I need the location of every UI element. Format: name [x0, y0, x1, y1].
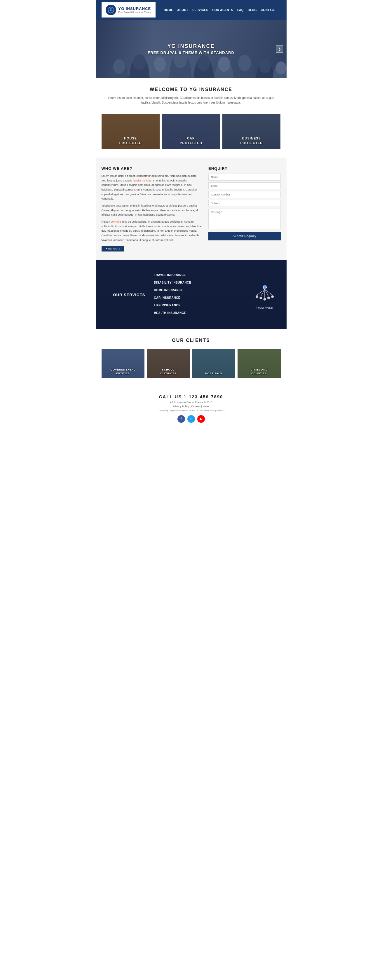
card-business-label: BUSINESSPROTECTED: [222, 136, 280, 145]
who-para-3: Nullam convallis felis eu velit facilisi…: [102, 220, 203, 242]
enquiry-section: ENQUIRY Submit Enquiry: [209, 166, 281, 251]
card-car-label: CARPROTECTED: [162, 136, 220, 145]
svg-point-29: [263, 298, 266, 301]
hero-banner: YG INSURANCE FREE DRUPAL 8 THEME WITH ST…: [96, 20, 286, 78]
enquiry-heading: ENQUIRY: [209, 166, 281, 171]
svg-point-12: [218, 57, 230, 72]
logo-text: YG INSURANCE Free Drupal 8 Insurance The…: [118, 6, 151, 13]
list-item: HOME INSURANCE: [154, 287, 243, 292]
client-card-school[interactable]: SCHOOLDISTRICTS: [147, 349, 190, 378]
client-school-label: SCHOOLDISTRICTS: [147, 368, 190, 375]
footer-link-careers[interactable]: Careers: [191, 405, 201, 408]
protection-cards: HOUSEPROTECTED CARPROTECTED BUSINESSPROT…: [96, 111, 286, 158]
card-house-label: HOUSEPROTECTED: [102, 136, 160, 145]
service-car[interactable]: CAR INSURANCE: [154, 296, 180, 299]
insurance-graphic: [251, 280, 278, 303]
welcome-section: WELCOME TO YG INSURANCE Lorem ipsum dolo…: [96, 78, 286, 111]
svg-line-23: [265, 290, 272, 295]
footer-link-news[interactable]: News: [203, 405, 210, 408]
footer-link-privacy[interactable]: Privacy Policy: [173, 405, 189, 408]
our-clients-section: OUR CLIENTS GOVERNMENTALENTITIES SCHOOLD…: [96, 329, 286, 387]
svg-point-10: [197, 55, 210, 71]
clients-heading: OUR CLIENTS: [102, 338, 281, 343]
enquiry-submit-button[interactable]: Submit Enquiry: [209, 232, 281, 240]
svg-line-25: [265, 290, 269, 296]
hero-text: YG INSURANCE FREE DRUPAL 8 THEME WITH ST…: [148, 43, 234, 55]
logo[interactable]: YG INSURANCE Free Drupal 8 Insurance The…: [102, 2, 156, 18]
list-item: LIFE INSURANCE: [154, 302, 243, 307]
who-heading: WHO WE ARE?: [102, 166, 203, 171]
svg-point-2: [113, 59, 125, 74]
svg-point-14: [238, 55, 251, 71]
nav-contact[interactable]: CONTACT: [261, 8, 276, 12]
who-enquiry-section: WHO WE ARE? Lorem ipsum dolor sit amet, …: [96, 158, 286, 260]
enquiry-subject[interactable]: [209, 200, 281, 207]
client-card-hospital[interactable]: HOSPITALS: [192, 349, 236, 378]
who-para-2: Vestibulum ante ipsum primis in faucibus…: [102, 204, 203, 217]
client-cards-row: GOVERNMENTALENTITIES SCHOOLDISTRICTS HOS…: [102, 349, 281, 378]
svg-point-16: [259, 59, 271, 73]
service-life[interactable]: LIFE INSURANCE: [154, 304, 181, 307]
welcome-body: Lorem ipsum dolor sit amet, consectetur …: [107, 96, 275, 105]
service-health[interactable]: HEALTH INSURANCE: [154, 311, 186, 315]
footer-brand: YG Insurance Drupal Theme © 2018: [102, 401, 281, 404]
enquiry-contact[interactable]: [209, 191, 281, 198]
card-business[interactable]: BUSINESSPROTECTED: [222, 114, 280, 149]
service-home[interactable]: HOME INSURANCE: [154, 288, 183, 292]
who-link-1[interactable]: feugiat tristique: [133, 179, 151, 182]
nav-blog[interactable]: BLOG: [248, 8, 257, 12]
enquiry-message[interactable]: [209, 208, 281, 229]
logo-icon: [106, 5, 116, 15]
main-nav: HOME ABOUT SERVICES OUR AGENTS FAQ BLOG …: [159, 6, 280, 14]
who-link-2[interactable]: convallis: [111, 220, 121, 223]
svg-line-22: [257, 290, 265, 295]
list-item: TRAVEL INSURANCE: [154, 272, 243, 277]
nav-agents[interactable]: OUR AGENTS: [212, 8, 233, 12]
who-para-1: Lorem ipsum dolor sit amet, consectetur …: [102, 173, 203, 201]
services-heading: OUR SERVICES: [113, 293, 145, 297]
services-list: TRAVEL INSURANCE DISABILITY INSURANCE HO…: [154, 272, 243, 317]
nav-services[interactable]: SERVICES: [192, 8, 208, 12]
read-more-button[interactable]: Read More: [102, 246, 125, 251]
svg-point-6: [154, 57, 166, 72]
our-services-section: OUR SERVICES TRAVEL INSURANCE DISABILITY…: [96, 260, 286, 329]
services-label: OUR SERVICES: [113, 292, 145, 297]
footer-links: Privacy Policy | Careers | News: [102, 405, 281, 408]
social-youtube[interactable]: ▶: [197, 415, 205, 423]
hero-subtitle: FREE DRUPAL 8 THEME WITH STANDARD: [148, 51, 234, 55]
svg-point-28: [259, 297, 262, 299]
svg-point-18: [276, 62, 286, 75]
hero-next-arrow[interactable]: ❯: [276, 46, 283, 52]
logo-name: YG INSURANCE: [118, 6, 151, 11]
who-we-are: WHO WE ARE? Lorem ipsum dolor sit amet, …: [102, 166, 203, 251]
services-icon-label: insurance: [251, 305, 278, 310]
card-house[interactable]: HOUSEPROTECTED: [102, 114, 160, 149]
card-car[interactable]: CARPROTECTED: [162, 114, 220, 149]
service-travel[interactable]: TRAVEL INSURANCE: [154, 274, 186, 277]
nav-faq[interactable]: FAQ: [237, 8, 244, 12]
client-gov-label: GOVERNMENTALENTITIES: [102, 368, 145, 375]
svg-point-4: [133, 54, 146, 70]
enquiry-name[interactable]: [209, 173, 281, 181]
enquiry-email[interactable]: [209, 182, 281, 189]
svg-point-31: [271, 296, 274, 298]
social-twitter[interactable]: t: [187, 415, 195, 423]
svg-point-30: [267, 297, 270, 299]
footer-phone: CALL US 1-123-456-7890: [102, 394, 281, 399]
client-card-gov[interactable]: GOVERNMENTALENTITIES: [102, 349, 145, 378]
list-item: DISABILITY INSURANCE: [154, 280, 243, 285]
hero-title: YG INSURANCE: [148, 43, 234, 49]
nav-home[interactable]: HOME: [164, 8, 173, 12]
services-icon-area: insurance: [251, 280, 278, 310]
logo-sub: Free Drupal 8 Insurance Theme: [118, 11, 151, 13]
client-card-cities[interactable]: CITIES ANDCOUNTIES: [237, 349, 281, 378]
service-disability[interactable]: DISABILITY INSURANCE: [154, 281, 191, 284]
footer-attribution: Theme By Drupal Developers Studio, A Div…: [102, 409, 281, 412]
social-icons-row: f t ▶: [102, 415, 281, 423]
footer: CALL US 1-123-456-7890 YG Insurance Drup…: [96, 387, 286, 428]
nav-about[interactable]: ABOUT: [177, 8, 188, 12]
list-item: HEALTH INSURANCE: [154, 310, 243, 315]
social-facebook[interactable]: f: [177, 415, 185, 423]
client-cities-label: CITIES ANDCOUNTIES: [237, 368, 281, 375]
welcome-heading: WELCOME TO YG INSURANCE: [107, 87, 275, 92]
